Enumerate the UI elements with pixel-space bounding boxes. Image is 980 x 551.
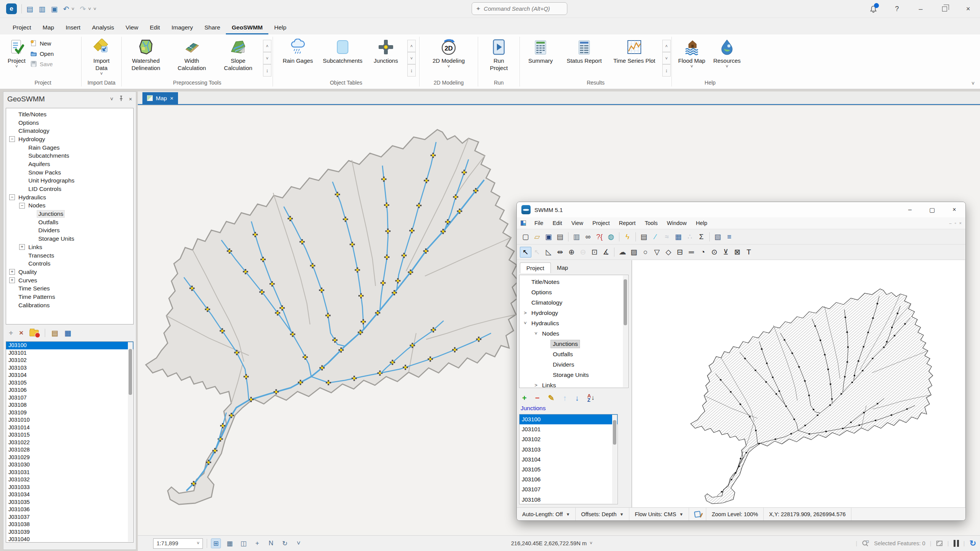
delete-icon[interactable]: × <box>19 329 23 337</box>
width-calculation-button[interactable]: Width Calculation <box>169 37 215 80</box>
tree-item-controls[interactable]: Controls <box>6 259 133 268</box>
junction-marker[interactable] <box>886 341 888 342</box>
tree-item-climatology[interactable]: Climatology <box>519 297 628 308</box>
scale-selector[interactable]: 1:71,899˅ <box>153 538 203 549</box>
junction-marker[interactable] <box>859 424 860 426</box>
add-storage-unit-icon[interactable]: ⊟ <box>674 247 686 258</box>
scrollbar[interactable] <box>623 276 628 387</box>
ribbon-tab-project[interactable]: Project <box>7 21 37 34</box>
junction-marker[interactable] <box>830 383 831 385</box>
zoom-to-selection-icon[interactable] <box>862 540 869 547</box>
junction-marker[interactable] <box>804 380 806 382</box>
junction-marker[interactable] <box>824 354 826 355</box>
junction-marker[interactable] <box>791 352 793 354</box>
close-button[interactable]: × <box>956 0 980 18</box>
attribute-grid-icon[interactable]: ▦ <box>225 538 235 548</box>
list-item-j031015[interactable]: J031015 <box>6 431 133 439</box>
run-simulation-icon[interactable]: ϟ <box>622 231 633 242</box>
2d-modeling-button[interactable]: 2D 2D Modeling ˅ <box>430 37 467 80</box>
scroll-up-icon[interactable]: ˄ <box>662 40 671 52</box>
open-table-icon[interactable]: ▤ <box>51 329 58 337</box>
scroll-down-icon[interactable]: ˅ <box>263 52 271 64</box>
junction-marker[interactable] <box>891 414 892 416</box>
add-outlet-icon[interactable]: ⊠ <box>732 247 743 258</box>
tree-item-title-notes[interactable]: Title/Notes <box>519 277 628 287</box>
junction-marker[interactable] <box>814 325 816 327</box>
rotate-view-icon[interactable]: ↻ <box>280 538 290 548</box>
group-scroll-buttons[interactable]: ˄˅↨ <box>662 40 671 80</box>
menu-view[interactable]: View <box>567 220 588 226</box>
junction-marker[interactable] <box>784 339 785 341</box>
command-search[interactable]: ✦ <box>472 2 567 15</box>
close-tab-icon[interactable]: × <box>170 95 173 101</box>
tree-item-aquifers[interactable]: Aquifers <box>6 160 133 168</box>
status-flow-units[interactable]: Flow Units: CMS▼ <box>629 508 689 520</box>
list-item-j03108[interactable]: J03108 <box>519 495 617 505</box>
list-item-j03102[interactable]: J03102 <box>519 434 617 444</box>
project-button[interactable]: Project ˅ <box>5 37 28 80</box>
tree-item-transects[interactable]: Transects <box>6 251 133 260</box>
select-object-icon[interactable]: ↖ <box>520 247 531 258</box>
swmm-close-button[interactable]: × <box>943 202 965 217</box>
ribbon-tab-geoswmm[interactable]: GeoSWMM <box>226 21 268 34</box>
status-report-icon[interactable]: ▤ <box>638 231 650 242</box>
list-item-j03106[interactable]: J03106 <box>6 386 133 394</box>
junction-marker[interactable] <box>906 408 908 410</box>
list-item-j031029[interactable]: J031029 <box>6 454 133 461</box>
junction-marker[interactable] <box>745 452 747 453</box>
status-auto-length[interactable]: Auto-Length: Off▼ <box>517 508 576 520</box>
junction-marker[interactable] <box>867 332 869 333</box>
list-item-j03104[interactable]: J03104 <box>519 455 617 465</box>
junction-marker[interactable] <box>872 358 874 359</box>
junction-marker[interactable] <box>875 420 876 421</box>
collapse-ribbon-icon[interactable]: ˅ <box>972 80 975 86</box>
more-icon[interactable]: ˅ <box>294 538 304 548</box>
scrollbar-thumb[interactable] <box>613 420 616 445</box>
layout-frames-icon[interactable]: ◫ <box>238 538 248 548</box>
junction-marker[interactable] <box>755 370 756 371</box>
tree-item-hydraulics[interactable]: ˅Hydraulics <box>519 318 628 328</box>
junction-marker[interactable] <box>794 419 795 420</box>
junction-marker[interactable] <box>858 360 859 362</box>
add-conduit-icon[interactable]: ═ <box>686 247 697 258</box>
swmm-maximize-button[interactable]: ▢ <box>921 202 943 217</box>
menu-help[interactable]: Help <box>691 220 712 226</box>
run-project-button[interactable]: Run Project <box>482 37 516 80</box>
junction-marker[interactable] <box>851 382 853 383</box>
add-pump-icon[interactable]: ◔ <box>697 247 709 258</box>
junction-marker[interactable] <box>785 406 787 407</box>
junction-marker[interactable] <box>808 395 810 396</box>
tree-item-calibrations[interactable]: Calibrations <box>6 301 133 310</box>
time-series-plot-button[interactable]: Time Series Plot <box>608 37 661 80</box>
menu-edit[interactable]: Edit <box>548 220 567 226</box>
query-icon[interactable]: ?{ <box>594 231 605 242</box>
junction-marker[interactable] <box>872 318 874 319</box>
junction-marker[interactable] <box>862 370 863 372</box>
list-item-j03103[interactable]: J03103 <box>519 445 617 455</box>
list-item-j031035[interactable]: J031035 <box>6 499 133 506</box>
junction-marker[interactable] <box>850 422 852 423</box>
statistics-icon[interactable]: Σ <box>696 231 707 242</box>
swmm-titlebar[interactable]: SWMM 5.1 – ▢ × <box>517 202 965 217</box>
zoom-in-icon[interactable]: ⊕ <box>566 247 577 258</box>
junction-marker[interactable] <box>774 439 776 440</box>
add-junction-icon[interactable]: ○ <box>640 247 651 258</box>
profile-plot-icon[interactable]: ∕ <box>650 231 661 242</box>
status-offsets[interactable]: Offsets: Depth▼ <box>576 508 629 520</box>
group-scroll-buttons[interactable]: ˄˅↨ <box>263 40 271 80</box>
scroll-up-icon[interactable]: ˄ <box>263 40 271 52</box>
junction-marker[interactable] <box>721 491 722 492</box>
junction-marker[interactable] <box>842 428 844 429</box>
map-options-icon[interactable]: ▧ <box>712 231 724 242</box>
slope-calculation-button[interactable]: Slope Calculation <box>215 37 261 80</box>
swmm-study-area-map[interactable] <box>632 260 965 507</box>
open-button[interactable]: Open <box>30 50 54 57</box>
junction-marker[interactable] <box>744 358 746 359</box>
close-panel-icon[interactable]: × <box>129 96 132 102</box>
editor-crosshair-icon[interactable]: + <box>252 538 262 548</box>
junction-marker[interactable] <box>846 331 848 333</box>
coordinates-display[interactable]: 216,240.45E 2,626,722.59N m˅ <box>511 540 593 546</box>
list-item-j031039[interactable]: J031039 <box>6 528 133 536</box>
tree-item-storage-units[interactable]: Storage Units <box>6 235 133 243</box>
pause-drawing-icon[interactable] <box>954 540 959 547</box>
